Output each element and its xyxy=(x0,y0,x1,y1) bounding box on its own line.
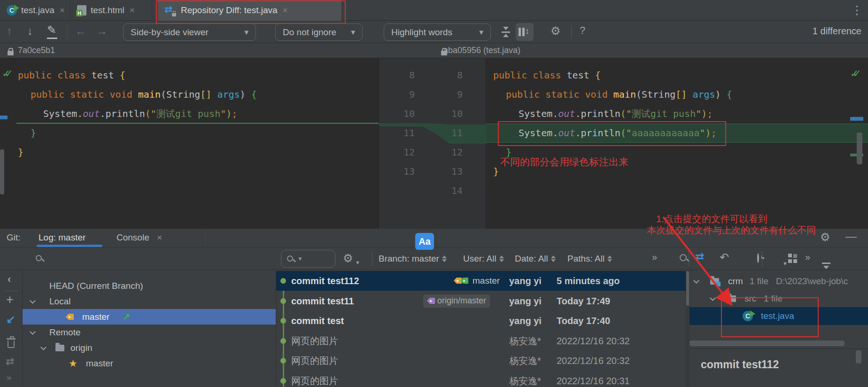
close-icon[interactable]: × xyxy=(130,5,135,15)
chevron-more-icon[interactable]: » xyxy=(7,372,12,383)
code-line: public class test { xyxy=(18,66,125,85)
next-difference-icon[interactable]: ↓ xyxy=(27,24,33,38)
search-icon[interactable] xyxy=(36,255,42,261)
tab-log-master[interactable]: Log: master xyxy=(39,232,85,243)
tree-item-origin[interactable]: origin xyxy=(23,340,276,356)
scrollbar-thumb[interactable] xyxy=(686,271,689,306)
highlight-policy-dropdown[interactable]: Highlight words ▼ xyxy=(384,23,491,41)
commit-row[interactable]: 网页的图片杨安逸*2022/12/16 20:32 xyxy=(276,331,686,351)
hide-panel-icon[interactable]: ‹ xyxy=(8,273,11,286)
branch-filter[interactable]: Branch: master xyxy=(379,254,447,264)
left-scrollbar-thumb[interactable] xyxy=(0,149,4,194)
branch-tag-icon xyxy=(66,314,74,320)
chevron-down-icon[interactable] xyxy=(30,329,36,335)
user-filter-value: User: All xyxy=(463,254,496,264)
commit-author: yang yi xyxy=(509,291,542,311)
date-filter[interactable]: Date: All xyxy=(515,254,556,264)
code-line: System.out.println("测试git push"); xyxy=(43,104,237,124)
chevron-down-icon: ▼ xyxy=(478,28,485,36)
diff-preview-icon[interactable]: ⇄ xyxy=(695,250,704,263)
tree-item-remote[interactable]: Remote xyxy=(23,325,276,340)
close-icon[interactable]: × xyxy=(60,5,65,15)
commit-message: 网页的图片 xyxy=(291,371,338,387)
user-filter[interactable]: User: All xyxy=(463,254,504,264)
viewer-mode-dropdown[interactable]: Side-by-side viewer ▼ xyxy=(123,23,256,41)
commit-date: 2022/12/16 20:32 xyxy=(557,351,630,371)
change-marker-blue[interactable] xyxy=(0,116,8,119)
gear-icon[interactable]: ⚙ xyxy=(820,231,830,244)
chevron-down-icon: ▼ xyxy=(349,28,356,36)
tab-test-html[interactable]: test.html × xyxy=(70,0,152,21)
tree-item-origin-master[interactable]: ★ master xyxy=(23,356,276,371)
gear-icon[interactable]: ⚙ xyxy=(550,24,561,38)
line-number-gutter: 8910111213 891011121314 xyxy=(379,58,486,229)
chevron-down-icon[interactable] xyxy=(693,278,699,284)
chevron-more-icon[interactable]: » xyxy=(652,252,657,263)
edit-icon[interactable]: ✎ xyxy=(47,23,56,37)
help-icon[interactable]: ? xyxy=(580,24,585,37)
tree-item-local[interactable]: Local xyxy=(23,294,276,309)
log-search-input[interactable]: ▼ xyxy=(281,250,335,268)
add-branch-icon[interactable]: + xyxy=(6,293,14,307)
search-icon[interactable] xyxy=(680,254,687,261)
h-scrollbar-thumb[interactable] xyxy=(690,341,845,346)
left-revision-hash: 7a0ce5b1 xyxy=(18,46,55,55)
chevron-down-icon: ▼ xyxy=(355,260,360,265)
annotation-box-tab xyxy=(156,0,346,24)
tree-item-head[interactable]: HEAD (Current Branch) xyxy=(23,278,276,294)
project-folder-icon xyxy=(710,278,719,285)
commit-row[interactable]: 网页的图片杨安逸*2022/12/16 20:32 xyxy=(276,351,686,371)
v-scrollbar-thumb[interactable] xyxy=(856,350,861,364)
diff-editor: 8910111213 891011121314 public class tes… xyxy=(0,58,868,229)
chevron-down-icon[interactable] xyxy=(710,295,716,301)
history-clock-icon[interactable] xyxy=(757,253,759,263)
undo-icon[interactable]: ↶ xyxy=(720,251,729,264)
file-tree-root[interactable]: crm 1 file D:\2023\web-job\c xyxy=(690,272,868,290)
forward-icon[interactable]: → xyxy=(96,24,108,38)
paths-filter[interactable]: Paths: All xyxy=(567,254,612,264)
commit-message: commit test xyxy=(291,311,344,331)
java-class-icon xyxy=(7,5,17,15)
compare-icon[interactable]: ⇄ xyxy=(6,356,14,368)
chevron-down-icon[interactable] xyxy=(30,298,36,304)
kebab-menu-icon[interactable]: ⋮ xyxy=(851,3,863,17)
right-scrollbar-thumb[interactable] xyxy=(857,132,862,164)
minimize-icon[interactable]: — xyxy=(845,230,857,243)
commit-row[interactable]: commit testyang yiToday 17:40 xyxy=(276,311,686,331)
diff-annotation-text: 不同的部分会用绿色标注出来 xyxy=(500,155,628,169)
ignore-policy-dropdown[interactable]: Do not ignore ▼ xyxy=(275,23,363,41)
diff-pane-left: public class test {public static void ma… xyxy=(0,58,379,229)
delete-branch-icon[interactable] xyxy=(8,341,15,348)
tab-console[interactable]: Console xyxy=(116,232,149,243)
code-line: } xyxy=(493,162,499,181)
close-icon[interactable]: × xyxy=(157,232,162,243)
lock-icon xyxy=(8,51,14,55)
tab-test-java[interactable]: test.java × xyxy=(0,0,70,21)
branch-tag-label: master xyxy=(473,271,500,291)
folder-icon xyxy=(55,345,64,351)
commit-row[interactable]: 网页的图片杨安逸*2022/12/16 20:31 xyxy=(276,371,686,387)
updown-icon xyxy=(499,255,504,263)
gear-icon[interactable]: ⚙ xyxy=(343,252,353,265)
commit-row[interactable]: commit test112masteryang yi5 minutes ago xyxy=(276,271,686,291)
change-marker-blue[interactable] xyxy=(850,117,863,121)
prev-difference-icon[interactable]: ↑ xyxy=(7,24,12,38)
sync-scroll-toggle[interactable]: ↕ xyxy=(516,23,534,41)
line-number: 13 xyxy=(383,162,415,181)
commit-author: yang yi xyxy=(509,271,542,291)
origin-label: origin xyxy=(70,340,92,356)
date-filter-value: Date: All xyxy=(515,254,548,264)
ime-case-indicator: Aa xyxy=(415,233,434,250)
chevron-down-icon[interactable] xyxy=(40,344,46,350)
commit-graph-dot xyxy=(280,338,286,344)
chevron-more-icon[interactable]: » xyxy=(805,252,810,263)
checkout-arrow-icon[interactable]: ↙ xyxy=(6,313,16,326)
collapse-unchanged-icon[interactable] xyxy=(502,26,510,38)
back-icon[interactable]: ← xyxy=(75,24,86,38)
commit-row[interactable]: commit test11origin/masteryang yiToday 1… xyxy=(276,291,686,311)
tree-item-local-master[interactable]: master ↗ xyxy=(23,309,276,325)
star-icon: ★ xyxy=(69,356,78,371)
commit-graph-dot xyxy=(280,378,286,384)
code-line: public static void main(String[] args) { xyxy=(31,85,257,104)
ignore-policy-value: Do not ignore xyxy=(283,27,336,38)
